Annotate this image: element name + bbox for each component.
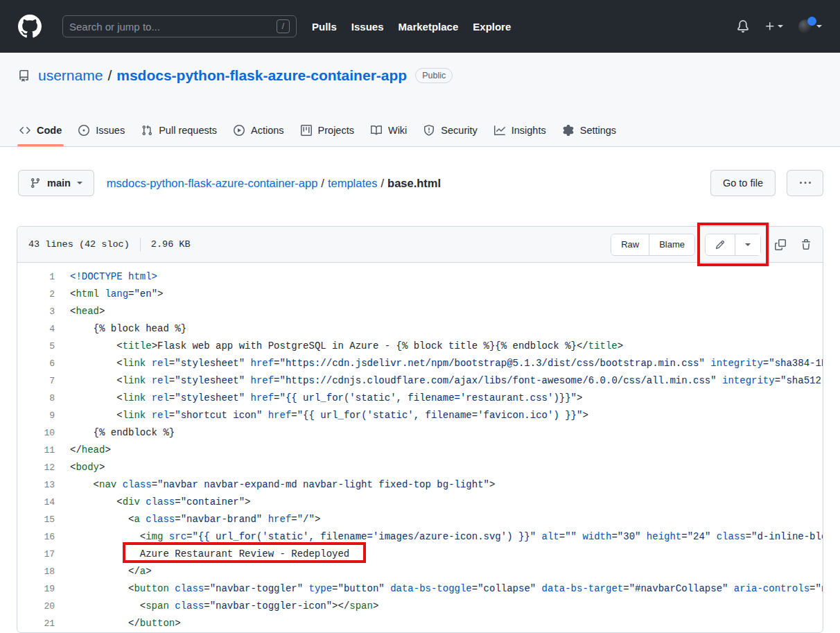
issue-opened-icon	[78, 125, 89, 136]
tab-security[interactable]: Security	[415, 116, 485, 146]
tab-label: Issues	[96, 125, 125, 136]
line-number[interactable]: 11	[17, 442, 70, 459]
project-icon	[301, 125, 312, 136]
slash-shortcut-key: /	[277, 19, 290, 33]
user-menu[interactable]	[798, 19, 822, 34]
code-line-21: 21 </button>	[17, 615, 823, 632]
delete-file-button[interactable]	[800, 239, 812, 250]
code-line-7: 7 <link rel="stylesheet" href="https://c…	[17, 372, 823, 390]
line-number[interactable]: 19	[17, 580, 70, 598]
go-to-file-button[interactable]: Go to file	[710, 170, 776, 196]
notifications-bell-icon[interactable]	[737, 20, 749, 33]
file-size: 2.96 KB	[151, 239, 191, 250]
edit-file-button[interactable]	[706, 234, 735, 255]
file-lines-info: 43 lines (42 sloc)	[28, 239, 130, 250]
line-number[interactable]: 17	[17, 546, 70, 563]
code-line-14: 14 <div class="container">	[17, 494, 823, 511]
code-text: <!DOCTYPE html>	[70, 268, 823, 286]
code-text: Azure Restaurant Review - Redeployed	[70, 546, 823, 563]
breadcrumb-folder-link[interactable]: templates	[328, 177, 378, 189]
code-text: <body>	[70, 459, 823, 476]
line-number[interactable]: 10	[17, 424, 70, 442]
code-text: <title>Flask web app with PostgreSQL in …	[70, 338, 823, 355]
line-number[interactable]: 4	[17, 320, 70, 338]
global-search[interactable]: /	[62, 15, 297, 37]
nav-pulls[interactable]: Pulls	[312, 21, 337, 33]
code-line-8: 8 <link rel="stylesheet" href="{{ url_fo…	[17, 390, 823, 407]
tab-label: Wiki	[388, 125, 407, 136]
file-info: 43 lines (42 sloc) 2.96 KB	[28, 238, 191, 252]
repo-owner-link[interactable]: username	[38, 67, 103, 84]
github-logo-icon[interactable]	[18, 15, 42, 38]
plus-icon	[764, 21, 776, 32]
code-line-9: 9 <link rel="shortcut icon" href="{{ url…	[17, 407, 823, 424]
code-text: </a>	[70, 563, 823, 580]
raw-button[interactable]: Raw	[611, 234, 649, 255]
line-number[interactable]: 16	[17, 528, 70, 546]
repo-name-link[interactable]: msdocs-python-flask-azure-container-app	[116, 67, 407, 84]
more-options-button[interactable]	[787, 170, 823, 196]
search-input[interactable]	[69, 21, 277, 33]
copy-icon	[775, 239, 786, 250]
line-number[interactable]: 3	[17, 303, 70, 320]
branch-name: main	[47, 177, 71, 189]
tab-code[interactable]: Code	[11, 116, 70, 146]
code-line-10: 10 {% endblock %}	[17, 424, 823, 442]
notification-dot	[807, 17, 816, 26]
tab-insights[interactable]: Insights	[486, 116, 554, 146]
line-number[interactable]: 21	[17, 615, 70, 632]
tab-issues[interactable]: Issues	[70, 116, 133, 146]
tab-wiki[interactable]: Wiki	[362, 116, 415, 146]
pencil-icon	[715, 240, 725, 250]
avatar[interactable]	[798, 19, 813, 34]
nav-explore[interactable]: Explore	[473, 21, 511, 33]
code-line-20: 20 <span class="navbar-toggler-icon"></s…	[17, 598, 823, 615]
divider	[140, 238, 141, 252]
file-navigation-bar: main msdocs-python-flask-azure-container…	[0, 147, 840, 226]
play-icon	[234, 125, 245, 136]
line-number[interactable]: 1	[17, 268, 70, 286]
breadcrumb-separator: /	[377, 177, 387, 189]
kebab-horizontal-icon	[800, 177, 811, 189]
tab-settings[interactable]: Settings	[554, 116, 624, 146]
line-number[interactable]: 18	[17, 563, 70, 580]
code-text: <span class="navbar-toggler-icon"></span…	[70, 598, 823, 615]
code-text: <img src="{{ url_for('static', filename=…	[70, 528, 823, 546]
nav-issues[interactable]: Issues	[351, 21, 384, 33]
tab-label: Projects	[318, 125, 354, 136]
line-number[interactable]: 6	[17, 355, 70, 372]
gear-icon	[563, 125, 574, 136]
code-line-11: 11</head>	[17, 442, 823, 459]
trash-icon	[800, 239, 812, 250]
copy-file-button[interactable]	[775, 239, 786, 250]
header-nav: Pulls Issues Marketplace Explore	[312, 21, 511, 33]
code-text: <link rel="stylesheet" href="https://cdn…	[70, 372, 823, 390]
line-number[interactable]: 20	[17, 598, 70, 615]
tab-label: Actions	[251, 125, 284, 136]
breadcrumb-repo-link[interactable]: msdocs-python-flask-azure-container-app	[107, 177, 317, 189]
line-number[interactable]: 8	[17, 390, 70, 407]
repo-title: username / msdocs-python-flask-azure-con…	[0, 67, 840, 84]
code-line-4: 4 {% block head %}	[17, 320, 823, 338]
file-header: 43 lines (42 sloc) 2.96 KB Raw Blame	[17, 227, 823, 263]
create-new-menu[interactable]	[764, 21, 783, 32]
nav-marketplace[interactable]: Marketplace	[399, 21, 459, 33]
tab-pull-requests[interactable]: Pull requests	[133, 116, 225, 146]
tab-projects[interactable]: Projects	[292, 116, 362, 146]
line-number[interactable]: 9	[17, 407, 70, 424]
tab-label: Settings	[580, 125, 616, 136]
branch-selector-button[interactable]: main	[18, 170, 94, 196]
tab-actions[interactable]: Actions	[225, 116, 292, 146]
line-number[interactable]: 12	[17, 459, 70, 476]
line-number[interactable]: 2	[17, 286, 70, 303]
line-number[interactable]: 5	[17, 338, 70, 355]
edit-dropdown-button[interactable]	[735, 234, 760, 255]
tab-label: Security	[441, 125, 477, 136]
line-number[interactable]: 7	[17, 372, 70, 390]
line-number[interactable]: 13	[17, 476, 70, 494]
code-line-1: 1<!DOCTYPE html>	[17, 268, 823, 286]
line-number[interactable]: 15	[17, 511, 70, 528]
blame-button[interactable]: Blame	[649, 234, 694, 255]
code-line-3: 3<head>	[17, 303, 823, 320]
line-number[interactable]: 14	[17, 494, 70, 511]
